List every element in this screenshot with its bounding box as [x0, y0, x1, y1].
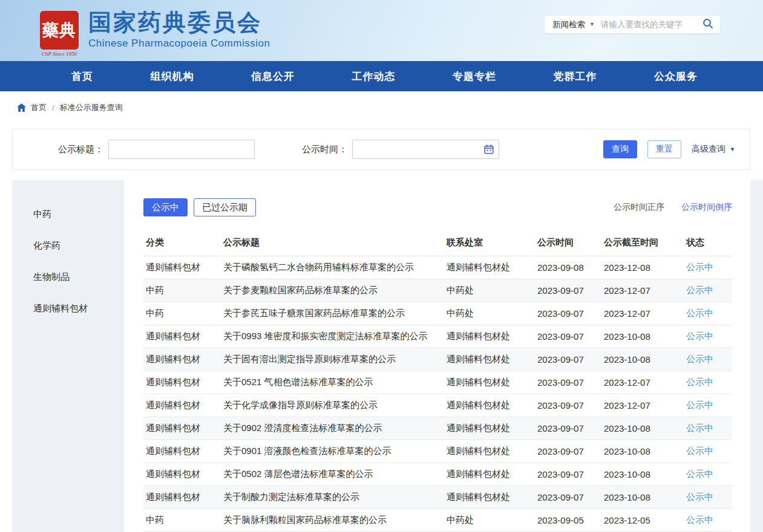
cell-title: 关于0902 澄清度检查法标准草案的公示 [221, 417, 444, 440]
status-link[interactable]: 公示中 [686, 423, 713, 433]
cell-end-date: 2023-12-07 [601, 279, 684, 302]
home-icon[interactable] [17, 103, 26, 112]
status-link[interactable]: 公示中 [686, 285, 713, 295]
publicity-title-link[interactable]: 关于0521 气相色谱法标准草案的公示 [223, 377, 373, 387]
cell-status: 公示中 [684, 371, 732, 394]
nav-item[interactable]: 信息公开 [251, 70, 295, 83]
cell-status: 公示中 [684, 256, 732, 279]
cell-end-date: 2023-10-08 [601, 440, 684, 462]
cell-title: 关于制酸力测定法标准草案的公示 [221, 485, 444, 508]
status-link[interactable]: 公示中 [686, 514, 713, 525]
sidebar-item[interactable]: 通则辅料包材 [12, 293, 124, 324]
cell-title: 关于0521 气相色谱法标准草案的公示 [221, 371, 444, 394]
publicity-title-link[interactable]: 关于制酸力测定法标准草案的公示 [223, 491, 359, 502]
cell-status: 公示中 [684, 485, 732, 508]
table-row: 中药 关于参芪五味子糖浆国家药品标准草案的公示 中药处 2023-09-07 2… [143, 302, 732, 325]
cell-end-date: 2023-12-07 [601, 394, 684, 417]
status-link[interactable]: 公示中 [686, 354, 713, 364]
site-title: 国家药典委员会 [88, 10, 270, 36]
cell-category: 通则辅料包材 [143, 371, 221, 394]
cell-office: 通则辅料包材处 [444, 394, 535, 417]
logo-block[interactable]: 藥典 ChP Since 1950 国家药典委员会 Chinese Pharma… [40, 5, 270, 57]
cell-category: 通则辅料包材 [143, 485, 221, 508]
tab-expired-publicity[interactable]: 已过公示期 [194, 198, 256, 216]
cell-start-date: 2023-09-07 [535, 485, 601, 508]
status-link[interactable]: 公示中 [686, 469, 713, 479]
table-row: 通则辅料包材 关于0993 堆密度和振实密度测定法标准草案的公示 通则辅料包材处… [143, 325, 732, 348]
cell-end-date: 2023-10-08 [601, 485, 684, 508]
cell-start-date: 2023-09-07 [535, 279, 601, 302]
status-link[interactable]: 公示中 [686, 491, 713, 502]
cell-status: 公示中 [684, 462, 732, 485]
status-link[interactable]: 公示中 [686, 308, 713, 318]
filter-time-label: 公示时间： [302, 144, 347, 155]
site-subtitle: Chinese Pharmacopoeia Commission [88, 37, 270, 50]
status-link[interactable]: 公示中 [686, 331, 713, 341]
filter-time-input[interactable] [352, 140, 499, 159]
cell-title: 关于参麦颗粒国家药品标准草案的公示 [221, 279, 444, 302]
header-search-input[interactable] [601, 20, 696, 29]
sort-ascending-link[interactable]: 公示时间正序 [614, 202, 664, 213]
sidebar-item[interactable]: 生物制品 [12, 261, 124, 293]
advanced-query-button[interactable]: 高级查询 ▼ [692, 144, 735, 155]
status-link[interactable]: 公示中 [686, 446, 713, 456]
cell-category: 中药 [143, 279, 221, 302]
sidebar-item[interactable]: 中药 [12, 198, 124, 230]
publicity-title-link[interactable]: 关于0901 溶液颜色检查法标准草案的公示 [223, 446, 391, 456]
status-link[interactable]: 公示中 [686, 377, 713, 387]
nav-item[interactable]: 工作动态 [352, 70, 396, 83]
nav-item[interactable]: 首页 [71, 70, 93, 83]
col-header-start: 公示时间 [535, 230, 601, 256]
cell-status: 公示中 [684, 348, 732, 371]
query-button[interactable]: 查询 [603, 140, 637, 158]
nav-item[interactable]: 党群工作 [554, 70, 597, 83]
publicity-title-link[interactable]: 关于0902 澄清度检查法标准草案的公示 [223, 423, 382, 433]
nav-item[interactable]: 专题专栏 [453, 70, 496, 83]
publicity-title-link[interactable]: 关于参麦颗粒国家药品标准草案的公示 [223, 285, 378, 295]
nav-item[interactable]: 公众服务 [654, 70, 698, 83]
status-link[interactable]: 公示中 [686, 400, 713, 410]
cell-status: 公示中 [684, 394, 732, 417]
publicity-title-link[interactable]: 关于0502 薄层色谱法标准草案的公示 [223, 469, 373, 479]
header-search-button[interactable] [696, 18, 720, 31]
table-row: 通则辅料包材 关于固有溶出测定指导原则标准草案的公示 通则辅料包材处 2023-… [143, 348, 732, 371]
publicity-table: 分类 公示标题 联系处室 公示时间 公示截至时间 状态 通则辅料包材 关于磷酸氢… [143, 230, 732, 532]
cell-start-date: 2023-09-08 [535, 256, 601, 279]
publicity-title-link[interactable]: 关于参芪五味子糖浆国家药品标准草案的公示 [223, 308, 405, 318]
table-row: 通则辅料包材 关于化学成像指导原则标准草案的公示 通则辅料包材处 2023-09… [143, 394, 732, 417]
caret-down-icon: ▼ [589, 22, 595, 27]
search-category-dropdown[interactable]: 新闻检索 ▼ [545, 19, 601, 30]
cell-office: 中药处 [444, 279, 535, 302]
cell-office: 通则辅料包材处 [444, 371, 535, 394]
publicity-title-link[interactable]: 关于化学成像指导原则标准草案的公示 [223, 400, 378, 410]
publicity-title-link[interactable]: 关于脑脉利颗粒国家药品标准草案的公示 [223, 514, 387, 525]
cell-start-date: 2023-09-07 [535, 417, 601, 440]
cell-status: 公示中 [684, 440, 732, 462]
breadcrumb-home-link[interactable]: 首页 [31, 102, 47, 113]
cell-office: 通则辅料包材处 [444, 417, 535, 440]
filter-card: 公示标题： 公示时间： 查询 重置 高级查询 ▼ [12, 129, 750, 170]
cell-office: 通则辅料包材处 [444, 485, 535, 508]
status-link[interactable]: 公示中 [686, 262, 713, 272]
filter-title-label: 公示标题： [13, 144, 103, 155]
filter-title-input[interactable] [108, 140, 255, 159]
calendar-icon[interactable] [484, 144, 494, 154]
sidebar-item[interactable]: 化学药 [12, 230, 124, 261]
reset-button[interactable]: 重置 [647, 140, 681, 158]
cell-title: 关于0502 薄层色谱法标准草案的公示 [221, 462, 444, 485]
advanced-query-label: 高级查询 [692, 144, 725, 155]
cell-office: 通则辅料包材处 [444, 348, 535, 371]
publicity-title-link[interactable]: 关于磷酸氢钙二水合物药用辅料标准草案的公示 [223, 262, 414, 272]
tab-in-publicity[interactable]: 公示中 [143, 198, 188, 216]
caret-down-icon: ▼ [730, 147, 735, 152]
cell-category: 中药 [143, 302, 221, 325]
breadcrumb-separator: / [52, 103, 54, 112]
cell-office: 中药处 [444, 302, 535, 325]
cell-end-date: 2023-10-08 [601, 325, 684, 348]
site-header: 藥典 ChP Since 1950 国家药典委员会 Chinese Pharma… [0, 0, 763, 61]
publicity-title-link[interactable]: 关于固有溶出测定指导原则标准草案的公示 [223, 354, 396, 364]
sort-descending-link[interactable]: 公示时间倒序 [681, 202, 732, 213]
cell-title: 关于固有溶出测定指导原则标准草案的公示 [221, 348, 444, 371]
publicity-title-link[interactable]: 关于0993 堆密度和振实密度测定法标准草案的公示 [223, 331, 428, 341]
nav-item[interactable]: 组织机构 [151, 70, 194, 83]
